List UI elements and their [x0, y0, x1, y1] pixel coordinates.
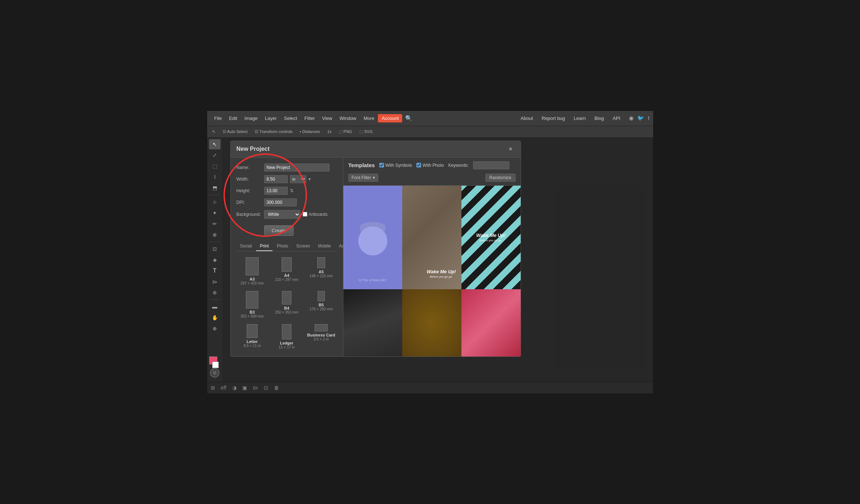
template-brown[interactable]	[402, 289, 461, 356]
status-folder-icon[interactable]: 🗁	[253, 385, 258, 391]
menu-account[interactable]: Account	[378, 114, 402, 122]
size-a3[interactable]: A3 297 × 420 mm	[237, 256, 268, 287]
toolbar-zoom[interactable]: 1x	[325, 129, 334, 134]
size-b4[interactable]: B4 250 × 353 mm	[271, 290, 303, 320]
menu-file[interactable]: File	[211, 114, 226, 122]
tool-clone[interactable]: ⊕	[209, 230, 221, 240]
tool-divider-1	[210, 195, 220, 195]
size-b3[interactable]: B3 353 × 500 mm	[237, 290, 268, 320]
tool-heal[interactable]: ✦	[209, 208, 221, 218]
create-button[interactable]: Create	[264, 225, 294, 236]
menu-window[interactable]: Window	[336, 114, 360, 122]
tab-screen[interactable]: Screen	[292, 242, 314, 251]
size-business-card-dims: 3.5 × 2 in	[314, 337, 328, 341]
search-icon[interactable]: 🔍	[402, 113, 415, 123]
reddit-icon[interactable]: ◉	[629, 115, 634, 121]
tool-marquee[interactable]: ⬚	[209, 161, 221, 171]
tab-social[interactable]: Social	[237, 242, 256, 251]
toolbar-transform[interactable]: ☑ Transform controls	[253, 129, 295, 135]
twitter-icon[interactable]: 🐦	[637, 115, 644, 121]
chevron-subtext: Before you go go.	[476, 239, 506, 242]
size-ledger[interactable]: Ledger 11 × 17 in	[271, 323, 303, 351]
menu-view[interactable]: View	[319, 114, 336, 122]
dialog-close-button[interactable]: ×	[506, 145, 515, 154]
link-dimensions-icon[interactable]: ⇅	[290, 188, 294, 193]
menu-report-bug[interactable]: Report bug	[538, 114, 569, 122]
status-trash-icon[interactable]: 🗑	[274, 385, 279, 391]
size-grid: A3 297 × 420 mm A4 210 × 297 mm	[237, 256, 337, 351]
width-input[interactable]	[264, 175, 288, 183]
menu-api[interactable]: API	[609, 114, 624, 122]
template-horse[interactable]: Wake Me Up! Before you go go.	[402, 186, 461, 289]
menu-filter[interactable]: Filter	[301, 114, 319, 122]
with-symbols-filter[interactable]: With Symbols	[379, 163, 412, 168]
tool-magic-wand[interactable]: ⊛	[209, 287, 221, 298]
randomize-button[interactable]: Randomize	[485, 174, 516, 182]
menu-edit[interactable]: Edit	[225, 114, 241, 122]
toolbar-svg[interactable]: ⬚ SVG	[357, 129, 375, 135]
tab-print[interactable]: Print	[256, 242, 272, 251]
menu-blog[interactable]: Blog	[591, 114, 607, 122]
status-export-icon[interactable]: ⊡	[264, 385, 268, 391]
toolbar-auto-select[interactable]: ☑ Auto Select	[221, 129, 250, 135]
size-b5[interactable]: B5 176 × 250 mm	[306, 290, 337, 320]
tool-eraser[interactable]: ⊡	[209, 244, 221, 254]
tool-brush[interactable]: ✏	[209, 219, 221, 229]
templates-title: Templates	[348, 162, 375, 168]
tool-lasso[interactable]: ⌇	[209, 172, 221, 182]
tool-eyedropper[interactable]: ⌲	[209, 277, 221, 287]
tool-transform[interactable]: ⬒	[209, 183, 221, 193]
menu-select[interactable]: Select	[280, 114, 301, 122]
unit-dropdown-icon[interactable]: ▾	[308, 177, 311, 182]
status-eff-icon[interactable]: eff	[221, 385, 226, 391]
background-color[interactable]	[212, 362, 219, 368]
menu-about[interactable]: About	[517, 114, 537, 122]
toolbar: ↖ ☑ Auto Select ☑ Transform controls ▪ D…	[207, 126, 653, 138]
size-business-card[interactable]: Business Card 3.5 × 2 in	[306, 323, 337, 351]
tool-select[interactable]: ↖	[209, 139, 221, 149]
status-link-icon[interactable]: ⊞	[211, 385, 215, 391]
size-a4[interactable]: A4 210 × 297 mm	[271, 256, 303, 287]
status-brightness-icon[interactable]: ◑	[232, 385, 237, 391]
size-letter[interactable]: Letter 8.5 × 11 in	[237, 323, 268, 351]
acorn-body	[358, 226, 387, 255]
width-unit-select[interactable]: in px cm mm	[290, 175, 306, 183]
dpi-input[interactable]	[264, 198, 297, 206]
size-a5[interactable]: A5 148 × 210 mm	[306, 256, 337, 287]
toolbar-png[interactable]: ⬚ PNG	[336, 129, 354, 135]
tool-expand[interactable]: ⤢	[209, 150, 221, 160]
template-chevron[interactable]: Wake Me Up! Before you go go.	[461, 186, 521, 289]
menu-learn[interactable]: Learn	[570, 114, 589, 122]
keywords-input[interactable]	[473, 161, 509, 169]
dialog-overlay: New Project × Name:	[223, 138, 653, 382]
with-symbols-checkbox[interactable]	[379, 163, 384, 168]
screen-capture-btn[interactable]: ⊙	[210, 368, 219, 378]
tool-fill[interactable]: ◈	[209, 255, 221, 265]
font-filter-button[interactable]: Font Filter ▾	[348, 174, 378, 182]
status-view-icon[interactable]: ▣	[242, 385, 247, 391]
size-a3-name: A3	[250, 277, 255, 281]
tool-pan[interactable]: ✋	[209, 313, 221, 323]
tool-zoom[interactable]: ⊕	[209, 323, 221, 334]
tool-shape[interactable]: ▬	[209, 302, 221, 312]
template-branch-bg	[343, 289, 403, 356]
height-input[interactable]	[264, 187, 288, 195]
tool-text[interactable]: T	[209, 266, 221, 276]
menu-layer[interactable]: Layer	[261, 114, 280, 122]
template-flowers[interactable]	[461, 289, 521, 356]
size-a5-preview	[317, 257, 325, 268]
tab-photo[interactable]: Photo	[273, 242, 292, 251]
background-select[interactable]: White Black Transparent	[264, 210, 300, 219]
artboards-checkbox[interactable]	[303, 212, 307, 217]
template-blue-acorn[interactable]: Is This a Real Life?	[343, 186, 403, 289]
menu-more[interactable]: More	[360, 114, 378, 122]
template-branch[interactable]	[343, 289, 403, 356]
name-input[interactable]	[264, 164, 330, 172]
toolbar-distances[interactable]: ▪ Distances	[298, 129, 322, 134]
facebook-icon[interactable]: f	[648, 115, 649, 121]
tab-mobile[interactable]: Mobile	[314, 242, 334, 251]
tool-crop[interactable]: ⊹	[209, 197, 221, 207]
menu-image[interactable]: Image	[241, 114, 261, 122]
with-photo-filter[interactable]: With Photo	[416, 163, 444, 168]
with-photo-checkbox[interactable]	[416, 163, 421, 168]
